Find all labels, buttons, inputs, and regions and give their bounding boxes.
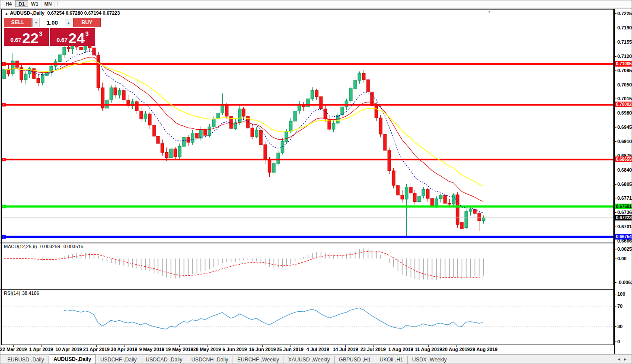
date-label: 16 Jun 2019 — [249, 347, 276, 352]
moving-average-medium — [4, 57, 483, 201]
volume-input[interactable] — [40, 18, 65, 27]
tab-eurusd-daily[interactable]: EURUSD-,Daily — [3, 356, 49, 364]
tab-eurchf-weekly[interactable]: EURCHF-,Weekly — [233, 356, 284, 364]
ohlc-values: 0.67254 0.67280 0.67194 0.67223 — [47, 10, 120, 16]
timeframe-button-d1[interactable]: D1 — [15, 0, 28, 7]
tab-scroll-right-icon[interactable]: ► — [623, 357, 630, 361]
sell-price-prefix: 0.67 — [10, 37, 21, 43]
buy-price-sup: 3 — [85, 30, 89, 37]
volume-decrease-button[interactable]: ▼ — [33, 18, 40, 27]
timeframe-button-w1[interactable]: W1 — [28, 0, 41, 7]
date-label: 14 Jul 2019 — [333, 347, 358, 352]
buy-button[interactable]: BUY — [73, 18, 101, 27]
moving-average-slow — [4, 61, 483, 187]
price-tick-label: 0.70150 — [617, 96, 632, 101]
sell-price-big: 22 — [22, 31, 38, 45]
quote-header: ▲AUDUSD-,Daily 0.67254 0.67280 0.67194 0… — [5, 10, 120, 16]
level-price-label: 0.70002 — [615, 102, 632, 107]
price-tick-label: 0.71900 — [617, 25, 632, 30]
level-price-label: 0.71005 — [615, 61, 632, 67]
rsi-title: RSI(14) — [4, 291, 20, 296]
macd-panel[interactable] — [2, 243, 614, 289]
timeframe-toolbar: H4D1W1MN — [0, 0, 632, 7]
volume-spinner: ▼ ▲ — [32, 18, 72, 27]
date-label: 1 Apr 2019 — [29, 347, 53, 352]
macd-header: MACD(12,26,9)-0.003259-0.003515 — [4, 244, 85, 249]
rsi-axis-label: 30 — [617, 324, 622, 329]
date-label: 22 Mar 2019 — [0, 347, 27, 352]
date-label: 29 Aug 2019 — [470, 347, 498, 352]
tab-ukoil-h1[interactable]: UKOil-,H1 — [375, 356, 408, 364]
date-label: 11 Aug 2019 — [415, 347, 442, 352]
tab-scroll-arrows: ◄► — [617, 357, 630, 361]
price-tick-label: 0.68050 — [617, 182, 632, 187]
date-axis[interactable]: 22 Mar 20191 Apr 201910 Apr 201921 Apr 2… — [0, 345, 614, 354]
tab-scroll-left-icon[interactable]: ◄ — [617, 357, 623, 361]
buy-price-big: 24 — [68, 31, 85, 45]
tab-usdchf-daily[interactable]: USDCHF-,Daily — [96, 356, 141, 364]
mt4-chart-window: H4D1W1MN ▲AUDUSD-,Daily 0.67254 0.67280 … — [0, 0, 632, 364]
current-price-label: 0.67223 — [615, 215, 632, 220]
date-label: 19 May 2019 — [166, 347, 193, 352]
price-tick-label: 0.69100 — [617, 139, 632, 144]
sell-price-panel[interactable]: 0.67223 — [4, 28, 49, 46]
price-tick-label: 0.67710 — [617, 195, 632, 201]
date-label: 1 Aug 2019 — [388, 347, 413, 352]
macd-title: MACD(12,26,9) — [4, 244, 37, 249]
price-tick-label: 0.69450 — [617, 125, 632, 130]
sell-button[interactable]: SELL — [4, 18, 32, 27]
date-label: 10 Apr 2019 — [55, 347, 82, 352]
date-label: 23 Jul 2019 — [361, 347, 386, 352]
volume-increase-button[interactable]: ▲ — [65, 18, 72, 27]
rsi-axis-label: 0 — [617, 339, 620, 344]
price-tick-label: 0.67360 — [617, 210, 632, 215]
macd-axis-label: 0.002574 — [617, 246, 632, 252]
chart-tab-bar: EURUSD-,DailyAUDUSD-,DailyUSDCHF-,DailyU… — [0, 354, 632, 364]
macd-signal-line — [4, 251, 483, 278]
macd-histogram — [4, 248, 484, 280]
level-price-label: 0.67501 — [615, 204, 632, 209]
triangle-down-icon: ▼ — [35, 21, 38, 24]
date-label: 20 Aug 2019 — [442, 347, 470, 352]
price-tick-label: 0.70850 — [617, 68, 632, 73]
chart-shift-marker-icon[interactable]: ▼ — [487, 10, 492, 14]
tab-gbpusd-h1[interactable]: GBPUSD-,H1 — [335, 356, 375, 364]
tab-usdcnh-daily[interactable]: USDCNH-,Daily — [187, 356, 233, 364]
toolbar-separator — [57, 1, 57, 6]
tab-usdx-weekly[interactable]: USDX-,Weekly — [408, 356, 451, 364]
buy-price-panel[interactable]: 0.67243 — [50, 28, 95, 46]
triangle-up-icon: ▲ — [67, 21, 70, 24]
price-tick-label: 0.70500 — [617, 82, 632, 87]
macd-axis-label: 0.00 — [617, 256, 626, 261]
tab-xauusd-weekly[interactable]: XAUUSD-,Weekly — [284, 356, 335, 364]
timeframe-button-h4[interactable]: H4 — [2, 0, 15, 7]
tab-audusd-daily[interactable]: AUDUSD-,Daily — [49, 354, 96, 364]
date-label: 6 Jun 2019 — [223, 347, 247, 352]
rsi-value: 38.4186 — [22, 291, 39, 296]
tab-usdcad-daily[interactable]: USDCAD-,Daily — [141, 356, 187, 364]
price-axis[interactable]: 0.722500.719000.715500.712000.708500.705… — [614, 9, 632, 354]
collapse-panel-icon[interactable]: ▲ — [5, 12, 8, 16]
macd-value: -0.003259 — [38, 244, 60, 249]
date-label: 28 May 2019 — [193, 347, 221, 352]
date-label: 30 Apr 2019 — [111, 347, 137, 352]
sell-price-sup: 3 — [39, 30, 42, 37]
price-tick-label: 0.71200 — [617, 54, 632, 59]
one-click-trading-panel: SELL ▼ ▲ BUY 0.67223 0.67243 — [4, 18, 101, 46]
timeframe-button-mn[interactable]: MN — [41, 0, 55, 7]
price-tick-label: 0.67010 — [617, 224, 632, 229]
rsi-panel[interactable] — [2, 290, 614, 345]
date-label: 25 Jun 2019 — [277, 347, 303, 352]
price-tick-label: 0.68400 — [617, 167, 632, 172]
price-tick-label: 0.71550 — [617, 39, 632, 45]
date-label: 4 Jul 2019 — [306, 347, 329, 352]
rsi-axis-label: 70 — [617, 303, 622, 309]
price-tick-label: 0.72250 — [617, 11, 632, 16]
price-tick-label: 0.69800 — [617, 110, 632, 115]
macd-axis-label: -0.006326 — [617, 280, 632, 285]
rsi-axis-label: 100 — [617, 291, 625, 297]
buy-price-prefix: 0.67 — [57, 37, 67, 43]
symbol-title: AUDUSD-,Daily — [10, 10, 45, 16]
horizontal-level-lines — [2, 62, 614, 239]
macd-signal-value: -0.003515 — [62, 244, 83, 249]
